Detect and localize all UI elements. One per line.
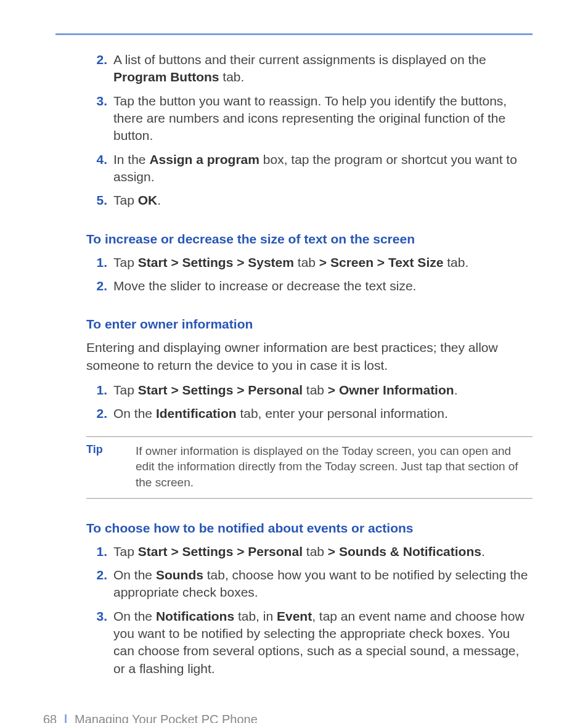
list-item: 5.Tap OK. bbox=[86, 192, 533, 209]
tip-label: Tip bbox=[86, 443, 136, 456]
step-number: 3. bbox=[86, 608, 113, 625]
list-item: 2.A list of buttons and their current as… bbox=[86, 51, 533, 86]
step-text: In the Assign a program box, tap the pro… bbox=[113, 151, 533, 186]
step-text: On the Notifications tab, in Event, tap … bbox=[113, 608, 533, 677]
footer-title: Managing Your Pocket PC Phone bbox=[75, 713, 258, 723]
steps-owner: 1.Tap Start > Settings > Personal tab > … bbox=[86, 382, 533, 423]
list-item: 3.On the Notifications tab, in Event, ta… bbox=[86, 608, 533, 677]
tip-box: Tip If owner information is displayed on… bbox=[86, 436, 533, 499]
page-number: 68 bbox=[43, 713, 57, 723]
step-number: 2. bbox=[86, 51, 113, 68]
list-item: 1.Tap Start > Settings > Personal tab > … bbox=[86, 382, 533, 399]
list-item: 2.On the Identification tab, enter your … bbox=[86, 405, 533, 422]
page-footer: 68 | Managing Your Pocket PC Phone bbox=[43, 713, 258, 723]
list-item: 2.Move the slider to increase or decreas… bbox=[86, 277, 533, 295]
heading-notify: To choose how to be notified about event… bbox=[86, 521, 533, 536]
step-number: 2. bbox=[86, 405, 113, 422]
step-number: 1. bbox=[86, 543, 113, 560]
steps-notify: 1.Tap Start > Settings > Personal tab > … bbox=[86, 543, 533, 677]
step-number: 4. bbox=[86, 151, 113, 168]
step-number: 2. bbox=[86, 566, 113, 584]
step-text: A list of buttons and their current assi… bbox=[113, 51, 533, 86]
step-number: 1. bbox=[86, 254, 113, 271]
footer-separator: | bbox=[60, 713, 71, 723]
step-text: Tap Start > Settings > Personal tab > So… bbox=[113, 543, 533, 560]
step-text: Tap the button you want to reassign. To … bbox=[113, 92, 533, 145]
heading-textsize: To increase or decrease the size of text… bbox=[86, 232, 533, 247]
step-number: 3. bbox=[86, 92, 113, 110]
tip-body: If owner information is displayed on the… bbox=[136, 443, 533, 491]
step-text: Tap Start > Settings > Personal tab > Ow… bbox=[113, 382, 533, 399]
heading-owner: To enter owner information bbox=[86, 317, 533, 332]
step-text: Tap OK. bbox=[113, 192, 533, 209]
step-number: 5. bbox=[86, 192, 113, 209]
step-text: Move the slider to increase or decrease … bbox=[113, 277, 533, 295]
steps-textsize: 1.Tap Start > Settings > System tab > Sc… bbox=[86, 254, 533, 295]
list-item: 1.Tap Start > Settings > System tab > Sc… bbox=[86, 254, 533, 271]
owner-intro: Entering and displaying owner informatio… bbox=[86, 339, 533, 374]
step-text: On the Sounds tab, choose how you want t… bbox=[113, 566, 533, 602]
steps-top: 2.A list of buttons and their current as… bbox=[86, 51, 533, 210]
list-item: 1.Tap Start > Settings > Personal tab > … bbox=[86, 543, 533, 560]
step-number: 2. bbox=[86, 277, 113, 295]
step-number: 1. bbox=[86, 382, 113, 399]
list-item: 3.Tap the button you want to reassign. T… bbox=[86, 92, 533, 145]
step-text: Tap Start > Settings > System tab > Scre… bbox=[113, 254, 533, 271]
list-item: 2.On the Sounds tab, choose how you want… bbox=[86, 566, 533, 602]
list-item: 4.In the Assign a program box, tap the p… bbox=[86, 151, 533, 186]
step-text: On the Identification tab, enter your pe… bbox=[113, 405, 533, 422]
